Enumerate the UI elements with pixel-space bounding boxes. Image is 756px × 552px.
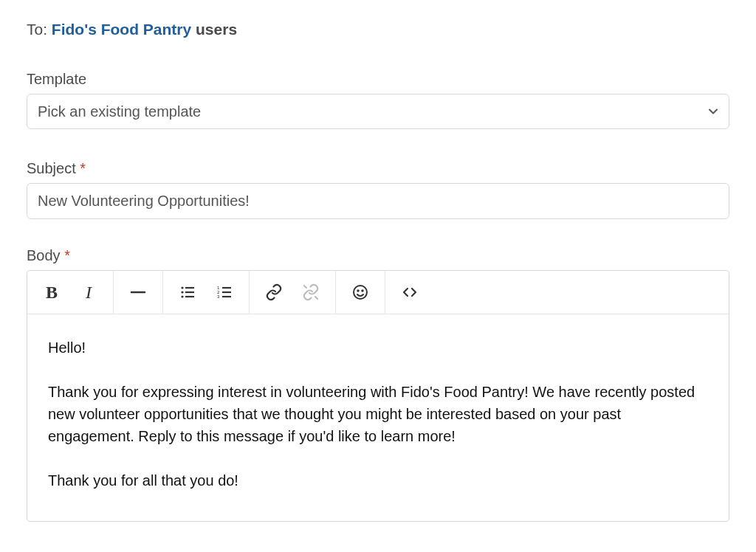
template-label: Template (27, 71, 729, 88)
recipient-line: To: Fido's Food Pantry users (27, 21, 729, 38)
svg-point-5 (181, 295, 183, 297)
svg-line-14 (315, 297, 317, 299)
link-button[interactable] (255, 271, 292, 314)
recipient-org-link[interactable]: Fido's Food Pantry (52, 21, 191, 38)
toolbar-group-code (385, 271, 434, 314)
body-paragraph: Hello! (48, 337, 708, 359)
unlink-icon (302, 283, 320, 301)
svg-point-3 (181, 291, 183, 293)
toolbar-group-rule (114, 271, 163, 314)
link-icon (265, 283, 283, 301)
numbered-list-icon: 1 2 3 (216, 284, 233, 300)
subject-label: Subject * (27, 160, 729, 177)
code-icon (401, 283, 419, 301)
template-select[interactable]: Pick an existing template (27, 94, 729, 129)
svg-point-1 (181, 286, 183, 289)
toolbar-group-emoji (336, 271, 385, 314)
svg-point-16 (357, 290, 359, 291)
emoji-button[interactable] (342, 271, 379, 314)
template-select-wrap: Pick an existing template (27, 94, 729, 129)
svg-line-13 (304, 286, 306, 288)
body-required-marker: * (64, 247, 70, 263)
unlink-button[interactable] (292, 271, 329, 314)
body-editor: B I (27, 270, 729, 522)
toolbar-group-lists: 1 2 3 (163, 271, 250, 314)
subject-label-text: Subject (27, 160, 76, 176)
code-view-button[interactable] (391, 271, 428, 314)
numbered-list-button[interactable]: 1 2 3 (206, 271, 243, 314)
toolbar-group-text: B I (27, 271, 114, 314)
italic-button[interactable]: I (70, 271, 107, 314)
svg-point-15 (354, 286, 367, 299)
bullet-list-button[interactable] (169, 271, 206, 314)
body-label: Body * (27, 247, 729, 264)
to-suffix: users (191, 21, 237, 38)
svg-point-17 (362, 290, 363, 291)
editor-toolbar: B I (27, 271, 729, 314)
subject-required-marker: * (80, 160, 86, 176)
bullet-list-icon (179, 284, 196, 300)
body-paragraph: Thank you for all that you do! (48, 469, 708, 491)
subject-input[interactable] (27, 183, 729, 219)
body-label-text: Body (27, 247, 61, 263)
toolbar-group-links (250, 271, 336, 314)
bold-icon: B (46, 283, 58, 303)
body-textarea[interactable]: Hello! Thank you for expressing interest… (27, 314, 729, 521)
body-paragraph: Thank you for expressing interest in vol… (48, 381, 708, 447)
horizontal-rule-icon (130, 284, 146, 300)
italic-icon: I (86, 283, 92, 303)
svg-text:3: 3 (217, 294, 220, 299)
horizontal-rule-button[interactable] (120, 271, 157, 314)
emoji-icon (351, 283, 369, 301)
to-prefix: To: (27, 21, 52, 38)
bold-button[interactable]: B (33, 271, 70, 314)
